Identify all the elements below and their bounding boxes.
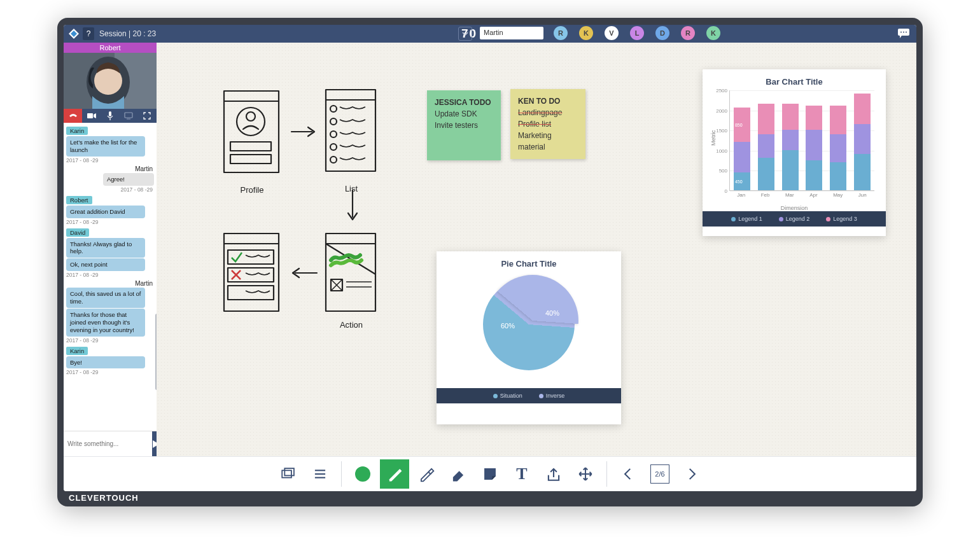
chat-timestamp: 2017 - 08 -29 xyxy=(66,272,155,278)
chat-bubble: Agree! xyxy=(103,173,154,186)
bottom-toolbar: T 2/6 xyxy=(64,456,916,491)
arrow-icon xyxy=(289,124,319,139)
session-timer: Session | 20 : 23 xyxy=(99,29,156,38)
chat-bubble: Great addition David xyxy=(66,206,145,218)
bar-chart-legend: Legend 1Legend 2Legend 3 xyxy=(703,211,886,227)
avatar[interactable]: K xyxy=(706,26,720,40)
video-caller-name: Robert xyxy=(64,43,157,53)
toolbar-divider xyxy=(341,461,342,487)
chat-bubble: Thanks! Always glad to help. xyxy=(66,238,145,258)
chat-sender: Karin xyxy=(66,127,88,135)
help-button[interactable]: ? xyxy=(83,27,94,40)
svg-point-27 xyxy=(330,157,337,163)
chat-bubble: Cool, this saved us a lot of time. xyxy=(66,288,145,308)
chat-bubble: Ok, next point xyxy=(66,258,145,271)
chat-bubble: Let's make the list for the launch xyxy=(66,136,145,157)
camera-button[interactable] xyxy=(82,109,101,123)
mic-button[interactable] xyxy=(101,109,119,123)
svg-rect-13 xyxy=(125,113,132,118)
move-tool-button[interactable] xyxy=(571,459,600,489)
sticky-title: KEN TO DO xyxy=(518,97,560,106)
sticky-line: Landingpage xyxy=(518,108,562,117)
eraser-button[interactable] xyxy=(444,459,473,489)
chat-toggle-icon[interactable] xyxy=(897,28,910,38)
chat-messages[interactable]: KarinLet's make the list for the launch2… xyxy=(64,123,157,431)
pie-chart-card[interactable]: Pie Chart Title 60% 40% SituationInverse xyxy=(437,251,621,424)
participant-name-input[interactable]: Martin xyxy=(480,27,543,39)
svg-point-4 xyxy=(903,32,904,33)
chat-sender: Martin xyxy=(65,280,153,287)
svg-rect-28 xyxy=(326,234,375,311)
device-brand: CLEVERTOUCH xyxy=(69,493,139,503)
svg-rect-10 xyxy=(87,113,93,118)
x-axis-label: Dimension xyxy=(703,205,886,211)
bar-chart-card[interactable]: Bar Chart Title Metric 05001000150020002… xyxy=(703,69,886,236)
svg-rect-41 xyxy=(282,470,291,477)
svg-point-5 xyxy=(906,32,907,33)
chat-sender: Karin xyxy=(66,347,88,355)
sticky-note-button[interactable] xyxy=(475,459,505,489)
svg-rect-11 xyxy=(109,111,111,116)
toolbar-divider xyxy=(606,461,607,487)
screenshare-button[interactable] xyxy=(120,109,138,123)
avatar[interactable]: R xyxy=(554,26,568,40)
svg-point-25 xyxy=(330,131,337,137)
chat-timestamp: 2017 - 08 -29 xyxy=(66,337,155,344)
sketch-profile[interactable]: Profile xyxy=(220,87,284,195)
pen-tool-button[interactable] xyxy=(380,459,409,489)
chat-input[interactable] xyxy=(64,431,152,456)
video-thumbnail[interactable] xyxy=(64,53,157,109)
screen: ? Session | 20 : 23 70 76 55 Martin RKVL… xyxy=(64,25,916,491)
svg-point-18 xyxy=(246,112,255,121)
chat-timestamp: 2017 - 08 -29 xyxy=(66,157,155,164)
prev-page-button[interactable] xyxy=(613,459,643,489)
top-bar: ? Session | 20 : 23 70 76 55 Martin RKVL… xyxy=(64,25,916,43)
hangup-button[interactable] xyxy=(64,109,82,123)
sketch-list[interactable]: List xyxy=(322,86,381,193)
chart-title: Pie Chart Title xyxy=(437,251,621,272)
bar-plot-area: 05001000150020002500450850 xyxy=(729,90,874,191)
sticky-line: Marketing material xyxy=(518,131,552,151)
sketch-label-action: Action xyxy=(322,320,381,330)
chat-bubble: Thanks for those that joined even though… xyxy=(66,309,145,337)
page-indicator[interactable]: 2/6 xyxy=(650,464,669,484)
avatar[interactable]: R xyxy=(681,26,695,40)
sketch-checklist[interactable] xyxy=(220,230,284,320)
sticky-note-jessica[interactable]: JESSICA TODO Update SDK Invite testers xyxy=(427,90,501,160)
slides-button[interactable] xyxy=(274,459,303,489)
sticky-line: Invite testers xyxy=(435,121,478,130)
svg-point-26 xyxy=(330,144,337,150)
chat-sender: Robert xyxy=(66,196,92,204)
highlighter-button[interactable] xyxy=(412,459,441,489)
svg-point-23 xyxy=(330,106,337,112)
sticky-note-ken[interactable]: KEN TO DO Landingpage Profile list Marke… xyxy=(510,89,585,159)
chart-title: Bar Chart Title xyxy=(703,69,886,90)
chat-timestamp: 2017 - 08 -29 xyxy=(66,369,155,375)
x-ticks: JanFebMarAprMayJun xyxy=(729,192,874,198)
chat-timestamp: 2017 - 08 -29 xyxy=(65,186,153,193)
sketch-label-profile: Profile xyxy=(220,185,284,195)
sticky-line: Profile list xyxy=(518,120,551,129)
chat-bubble: Bye! xyxy=(66,356,145,369)
avatar[interactable]: L xyxy=(630,26,644,40)
fullscreen-button[interactable] xyxy=(138,109,157,123)
svg-point-3 xyxy=(900,32,902,33)
participant-dropdown[interactable] xyxy=(458,27,472,41)
pie-slice-label: 60% xyxy=(501,322,515,330)
avatar[interactable]: V xyxy=(605,26,619,40)
participant-avatars: RKVLDRK xyxy=(554,26,720,40)
text-tool-button[interactable]: T xyxy=(507,459,536,489)
color-picker-button[interactable] xyxy=(348,459,377,489)
sketch-action[interactable]: Action xyxy=(322,230,381,330)
svg-rect-20 xyxy=(230,155,271,164)
app-logo-icon[interactable] xyxy=(66,26,81,41)
chat-sender: David xyxy=(66,228,89,237)
pie-chart-legend: SituationInverse xyxy=(437,388,621,403)
menu-button[interactable] xyxy=(305,459,335,489)
share-button[interactable] xyxy=(539,459,568,489)
whiteboard-canvas[interactable]: Profile List xyxy=(157,43,916,456)
next-page-button[interactable] xyxy=(677,459,706,489)
svg-rect-19 xyxy=(230,142,271,151)
avatar[interactable]: D xyxy=(655,26,669,40)
avatar[interactable]: K xyxy=(579,26,593,40)
